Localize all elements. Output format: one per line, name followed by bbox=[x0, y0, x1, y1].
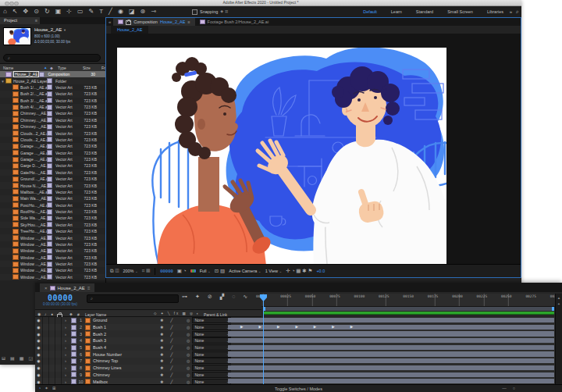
layer-duration-bar[interactable] bbox=[228, 345, 554, 350]
quality-icon[interactable]: ╱ bbox=[170, 318, 173, 323]
pickwhip-icon[interactable]: ◎ bbox=[187, 325, 190, 330]
label-color-swatch[interactable] bbox=[47, 111, 52, 116]
project-search-input[interactable]: ⌕ bbox=[3, 54, 101, 62]
layer-duration-bar[interactable] bbox=[228, 331, 554, 336]
layer-row[interactable]: ◉ › 8 Chimney Lines ✱╱ ◎ None ⌄ bbox=[35, 365, 556, 372]
audio-cell[interactable] bbox=[43, 324, 49, 331]
zoom-slider-handle[interactable]: ○ bbox=[513, 386, 515, 390]
label-color-swatch[interactable] bbox=[47, 176, 52, 182]
label-color-swatch[interactable] bbox=[47, 262, 52, 267]
exposure-value[interactable]: +0.0 bbox=[316, 269, 325, 273]
layer-switches[interactable]: ✱╱ bbox=[157, 317, 183, 324]
timeline-right-gutter[interactable]: ▲ ✦ bbox=[555, 294, 562, 385]
workspace-search-icon[interactable]: ⌕ bbox=[516, 9, 519, 15]
tool-icon[interactable]: ◪ bbox=[129, 6, 135, 17]
project-row[interactable]: Roof/Ho..._AE.ai Vector Art 723 KB bbox=[0, 208, 105, 215]
pickwhip-icon[interactable]: ◎ bbox=[187, 380, 190, 384]
quality-icon[interactable]: ╱ bbox=[170, 352, 173, 357]
project-item-name[interactable]: House_2_AE ▼ bbox=[34, 27, 66, 32]
chevron-down-icon[interactable]: ▼ bbox=[63, 28, 66, 32]
layer-switches[interactable]: ✱╱ bbox=[157, 351, 183, 358]
layer-row[interactable]: ◉ › 4 Bush 3 ✱╱ ◎ None ⌄ bbox=[35, 337, 556, 344]
pickwhip-icon[interactable]: ◎ bbox=[187, 358, 190, 363]
project-row[interactable]: Clouds...2_AE.ai Vector Art 723 KB bbox=[0, 130, 105, 136]
label-color-swatch[interactable] bbox=[47, 84, 52, 90]
timeline-panel-icon[interactable]: ∿ bbox=[243, 294, 247, 300]
parent-dropdown[interactable]: None ⌄ bbox=[192, 372, 231, 378]
layer-duration-bar[interactable] bbox=[228, 338, 554, 343]
workspace-overflow-icon[interactable]: » bbox=[507, 6, 515, 17]
project-row[interactable]: Garage ..._AE.ai Vector Art 723 KB bbox=[0, 150, 105, 156]
tool-icon[interactable]: ⊸ bbox=[151, 6, 156, 17]
eye-icon[interactable]: ◉ bbox=[35, 317, 43, 324]
layer-duration-bar[interactable] bbox=[228, 365, 554, 370]
layer-name[interactable]: Bush 2 bbox=[91, 330, 157, 337]
layer-switches[interactable]: ✱╱ bbox=[157, 344, 183, 351]
workspace-tab[interactable]: Standard bbox=[409, 9, 440, 14]
quality-icon[interactable]: ╱ bbox=[170, 332, 173, 337]
layer-duration-bar[interactable] bbox=[228, 358, 554, 363]
timeline-panel-icon[interactable]: ▞ bbox=[220, 294, 224, 300]
expander-icon[interactable]: › bbox=[62, 337, 69, 344]
tool-icon[interactable]: ↖ bbox=[12, 6, 18, 17]
layer-switches[interactable]: ✱╱ bbox=[157, 358, 183, 365]
column-type[interactable]: Type bbox=[58, 66, 83, 70]
expander-icon[interactable]: › bbox=[62, 372, 69, 379]
label-color-swatch[interactable] bbox=[69, 365, 77, 372]
grid-guides-icon[interactable]: ⌗ ▦ bbox=[142, 268, 150, 274]
current-time-display[interactable]: 00000 bbox=[48, 294, 73, 302]
label-color-swatch[interactable] bbox=[47, 268, 52, 273]
lock-cell[interactable] bbox=[55, 358, 62, 365]
solo-cell[interactable] bbox=[49, 351, 55, 358]
tab-composition[interactable]: Composition House_2_AE ≡ bbox=[113, 18, 194, 26]
audio-cell[interactable] bbox=[43, 337, 49, 344]
quality-icon[interactable]: ╱ bbox=[170, 345, 173, 350]
label-color-swatch[interactable] bbox=[69, 330, 77, 337]
expander-icon[interactable]: › bbox=[62, 358, 69, 365]
audio-cell[interactable] bbox=[43, 358, 49, 365]
collapse-transform-icon[interactable]: ✱ bbox=[160, 358, 163, 363]
collapse-transform-icon[interactable]: ✱ bbox=[160, 318, 163, 323]
solo-cell[interactable] bbox=[49, 337, 55, 344]
collapse-panel-icon[interactable]: « bbox=[106, 20, 113, 24]
lock-cell[interactable] bbox=[55, 317, 62, 324]
project-row[interactable]: Chimney..._AE.ai Vector Art 723 KB bbox=[0, 123, 105, 130]
camera-dropdown[interactable]: Active Camera ⌄ bbox=[229, 269, 261, 273]
solo-cell[interactable] bbox=[49, 358, 55, 365]
project-row[interactable]: Window ..._AE.ai Vector Art 723 KB bbox=[0, 267, 105, 273]
layer-row[interactable]: ◉ › 7 Chimney Top ✱╱ ◎ None ⌄ bbox=[35, 358, 556, 365]
quality-icon[interactable]: ╱ bbox=[170, 338, 173, 343]
pickwhip-icon[interactable]: ◎ bbox=[187, 345, 190, 350]
collapse-transform-icon[interactable]: ✱ bbox=[160, 338, 163, 343]
label-color-column-icon[interactable]: ◈ bbox=[50, 66, 58, 70]
label-color-swatch[interactable] bbox=[47, 235, 52, 241]
fast-previews-icon[interactable]: ✛ ◔ ▦ ✱ ⚑ bbox=[286, 268, 312, 274]
layer-name[interactable]: Ground bbox=[91, 317, 157, 324]
tool-icon[interactable]: ✎ bbox=[88, 6, 94, 17]
project-row[interactable]: Window ..._AE.ai Vector Art 723 KB bbox=[0, 234, 105, 241]
eye-icon[interactable]: ◉ bbox=[35, 330, 43, 337]
collapse-transform-icon[interactable]: ✱ bbox=[160, 345, 163, 350]
audio-cell[interactable] bbox=[43, 372, 49, 379]
viewer-timecode[interactable]: 00000 bbox=[160, 269, 173, 273]
project-row[interactable]: Garage ..._AE.ai Vector Art 723 KB bbox=[0, 156, 105, 162]
layer-row[interactable]: ◉ › 3 Bush 2 ✱╱ ◎ None ⌄ bbox=[35, 330, 556, 337]
label-color-swatch[interactable] bbox=[69, 372, 77, 379]
work-area-end-handle[interactable] bbox=[552, 307, 554, 311]
solo-cell[interactable] bbox=[49, 365, 55, 372]
project-row[interactable]: Post/Ho..._AE.ai Vector Art 723 KB bbox=[0, 202, 105, 208]
project-row[interactable]: Bush 2/..._AE.ai Vector Art 723 KB bbox=[0, 91, 105, 97]
label-color-swatch[interactable] bbox=[47, 117, 52, 123]
index-column-header[interactable]: # bbox=[77, 312, 80, 317]
timeline-panel-icon[interactable]: ◌ bbox=[232, 294, 235, 300]
layer-row[interactable]: ◉ › 2 Bush 1 ✱╱ ◎ None ⌄ bbox=[35, 324, 556, 331]
layer-duration-bar[interactable] bbox=[228, 325, 554, 330]
project-row[interactable]: Sky/Hou..._AE.ai Vector Art 723 KB bbox=[0, 222, 105, 228]
collapse-transform-icon[interactable]: ✱ bbox=[160, 380, 163, 384]
project-row[interactable]: Window ..._AE.ai Vector Art 723 KB bbox=[0, 248, 105, 254]
layer-name[interactable]: House Number bbox=[91, 351, 157, 358]
layer-row[interactable]: ◉ › 5 Bush 4 ✱╱ ◎ None ⌄ bbox=[35, 344, 556, 351]
panel-menu-icon[interactable]: ≡ bbox=[187, 20, 190, 24]
label-color-swatch[interactable] bbox=[47, 91, 52, 97]
pickwhip-icon[interactable]: ◎ bbox=[187, 318, 190, 323]
